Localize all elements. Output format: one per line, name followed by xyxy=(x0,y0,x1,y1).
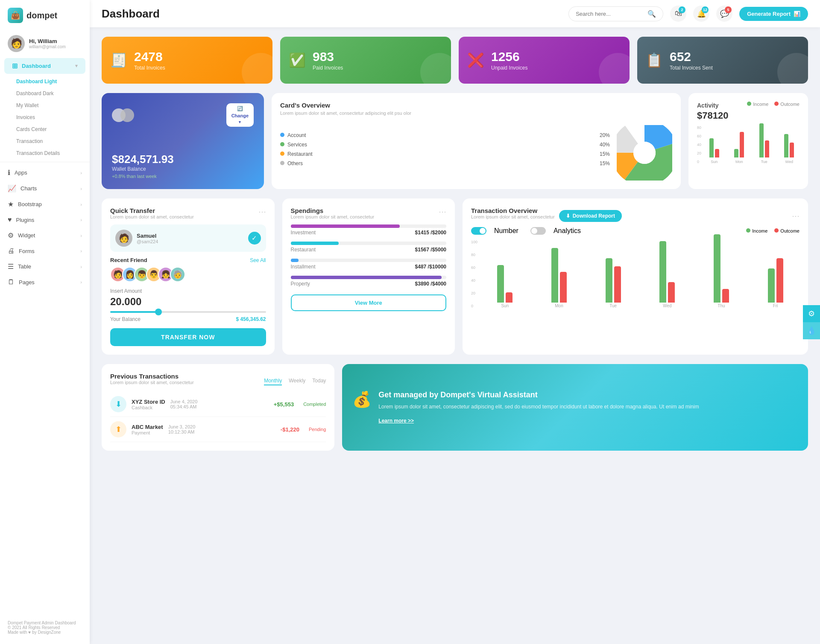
spendings-title: Spendings xyxy=(291,207,375,214)
unpaid-icon: ❌ xyxy=(467,52,484,68)
dashboard-submenu: Dashboard Light Dashboard Dark My Wallet… xyxy=(0,76,90,159)
toggle-row: Number Analytics Income Outcome xyxy=(471,227,800,235)
chevron-right-icon: › xyxy=(80,264,82,269)
sidebar-item-forms[interactable]: 🖨 Forms › xyxy=(0,243,90,259)
submenu-item-dashboard-dark[interactable]: Dashboard Dark xyxy=(0,87,90,99)
drop-icon: 💧 xyxy=(807,326,816,335)
sidebar-item-bootstrap[interactable]: ★ Bootstrap › xyxy=(0,196,90,212)
submenu-item-transaction-details[interactable]: Transaction Details xyxy=(0,147,90,159)
tue-label: Tue xyxy=(761,160,767,164)
cards-overview-title: Card's Overview xyxy=(280,102,672,109)
sidebar-item-widget[interactable]: ⚙ Widget › xyxy=(0,227,90,243)
card-ov-services: Services 40% xyxy=(280,142,610,148)
submenu-item-my-wallet[interactable]: My Wallet xyxy=(0,99,90,111)
quick-transfer-sub: Lorem ipsum dolor sit amet, consectetur xyxy=(110,214,194,219)
search-icon[interactable]: 🔍 xyxy=(647,10,656,18)
see-all-link[interactable]: See All xyxy=(250,257,266,263)
contact-name: Samuel xyxy=(137,233,158,239)
download-btn-label: Download Report xyxy=(573,213,615,219)
tx-date: June 4, 2020 xyxy=(170,399,198,404)
generate-report-button[interactable]: Generate Report 📊 xyxy=(739,7,808,21)
sidebar-item-plugins[interactable]: ♥ Plugins › xyxy=(0,212,90,227)
tab-today[interactable]: Today xyxy=(312,378,326,385)
va-learn-more-link[interactable]: Learn more >> xyxy=(378,418,414,424)
va-desc: Lorem ipsum dolor sit amet, consectetur … xyxy=(378,403,699,411)
wed-label: Wed xyxy=(785,160,793,164)
investment-label: Investment xyxy=(291,230,316,236)
contact-handle: @sam224 xyxy=(137,239,158,244)
download-report-button[interactable]: ⬇ Download Report xyxy=(559,210,622,222)
search-input[interactable] xyxy=(576,11,644,17)
paid-icon: ✅ xyxy=(289,52,306,68)
logo-area: 👜 dompet xyxy=(0,8,90,31)
sun-income-big-bar xyxy=(497,265,504,303)
table-row: ⬆ ABC Market Payment June 3, 2020 10:12:… xyxy=(110,417,326,442)
spendings-more-icon[interactable]: ⋯ xyxy=(439,207,446,216)
analytics-toggle[interactable] xyxy=(530,227,546,235)
sidebar-item-charts[interactable]: 📈 Charts › xyxy=(0,181,90,196)
sent-icon: 📋 xyxy=(646,52,663,68)
settings-right-button[interactable]: ⚙ xyxy=(803,305,820,322)
forms-icon: 🖨 xyxy=(8,247,15,255)
view-more-button[interactable]: View More xyxy=(291,294,447,311)
wallet-label: Wallet Balance xyxy=(112,166,254,172)
mon-label: Mon xyxy=(735,160,743,164)
search-box[interactable]: 🔍 xyxy=(568,6,663,21)
tab-weekly[interactable]: Weekly xyxy=(289,378,305,385)
sidebar-item-table[interactable]: ☰ Table › xyxy=(0,259,90,274)
tx-income-label: Income xyxy=(752,228,767,233)
mon-outcome-big-bar xyxy=(560,272,567,303)
table-icon: ☰ xyxy=(8,262,14,271)
tx-more-icon[interactable]: ⋯ xyxy=(792,211,800,221)
submenu-item-invoices[interactable]: Invoices xyxy=(0,111,90,123)
tab-monthly[interactable]: Monthly xyxy=(264,378,282,385)
recent-friend-row: Recent Friend See All xyxy=(110,257,266,263)
amount-slider[interactable] xyxy=(110,311,266,313)
message-badge: 5 xyxy=(725,6,732,13)
water-right-button[interactable]: 💧 xyxy=(803,322,820,339)
submenu-item-cards-center[interactable]: Cards Center xyxy=(0,123,90,135)
balance-row: Your Balance $ 456,345.62 xyxy=(110,316,266,322)
submenu-item-transaction[interactable]: Transaction xyxy=(0,135,90,147)
services-pct: 40% xyxy=(600,142,610,148)
footer-text3: Made with ♥ by DesignZone xyxy=(8,630,82,635)
quick-transfer-title: Quick Transfer xyxy=(110,207,194,214)
total-invoices-num: 2478 xyxy=(134,50,165,64)
total-sent-label: Total Invoices Sent xyxy=(670,65,713,71)
cart-badge: 2 xyxy=(679,6,685,13)
message-button[interactable]: 💬 5 xyxy=(716,6,732,22)
wed-income-bar xyxy=(784,134,788,157)
tx-income-dot xyxy=(746,228,750,233)
change-card-button[interactable]: 🔄 Change ▾ xyxy=(226,103,254,127)
outcome-dot xyxy=(774,102,779,106)
sun-big-label: Sun xyxy=(501,303,509,308)
stat-cards-row: 🧾 2478 Total Invoices ✅ 983 Paid Invoice… xyxy=(102,37,808,84)
main-area: Dashboard 🔍 🛍 2 🔔 12 💬 5 Generate Report… xyxy=(90,0,820,644)
submenu-item-dashboard-light[interactable]: Dashboard Light xyxy=(0,76,90,87)
services-label: Services xyxy=(287,142,307,148)
property-amount: $3890 /$4000 xyxy=(415,281,446,287)
tue-income-bar xyxy=(759,123,764,157)
chevron-right-icon: › xyxy=(80,248,82,254)
pages-icon: 🗒 xyxy=(8,278,15,286)
sidebar-item-apps[interactable]: ℹ Apps › xyxy=(0,165,90,181)
transfer-now-button[interactable]: TRANSFER NOW xyxy=(110,328,266,346)
notification-button[interactable]: 🔔 12 xyxy=(693,6,709,22)
card-ov-account: Account 20% xyxy=(280,132,610,138)
wed-big-label: Wed xyxy=(663,303,671,308)
wed-income-big-bar xyxy=(659,241,666,303)
tx-outcome-label: Outcome xyxy=(780,228,800,233)
stat-card-total-invoices: 🧾 2478 Total Invoices xyxy=(102,37,272,84)
more-options-icon[interactable]: ⋯ xyxy=(258,207,266,216)
tx-bar-chart: 020406080100 Sun xyxy=(471,240,800,308)
sidebar-item-pages[interactable]: 🗒 Pages › xyxy=(0,274,90,290)
number-toggle[interactable] xyxy=(471,227,486,235)
cart-button[interactable]: 🛍 2 xyxy=(670,6,686,22)
card-ov-others: Others 15% xyxy=(280,160,610,166)
toggle-knob xyxy=(480,228,486,234)
transaction-overview-panel: Transaction Overview Lorem ipsum dolor s… xyxy=(463,198,808,355)
sidebar-item-label: Apps xyxy=(15,169,27,176)
sidebar-item-dashboard[interactable]: ⊞ Dashboard ▾ xyxy=(4,58,85,74)
contact-card: 🧑 Samuel @sam224 ✓ xyxy=(110,224,266,252)
restaurant-amount: $1567 /$5000 xyxy=(415,247,446,253)
